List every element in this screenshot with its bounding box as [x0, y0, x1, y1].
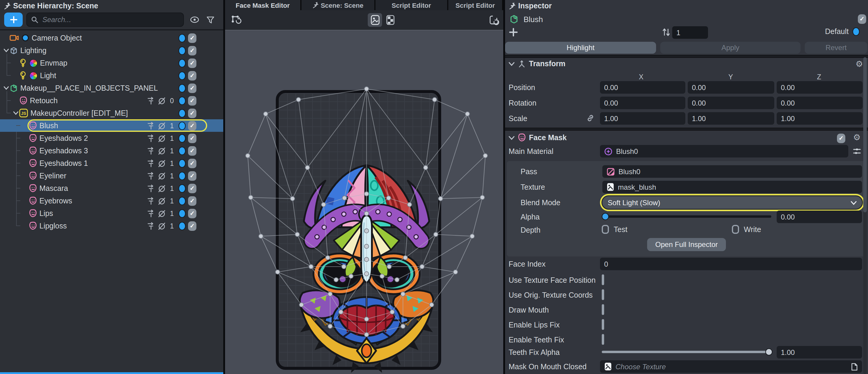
tree-row-envmap[interactable]: Envmap ✓: [0, 57, 223, 69]
material-mixer-icon[interactable]: [852, 147, 862, 156]
enabled-checkbox[interactable]: ✓: [188, 108, 196, 118]
mesh-point[interactable]: [395, 278, 399, 282]
scrollbar-thumb[interactable]: [863, 57, 867, 212]
mesh-point[interactable]: [454, 270, 458, 274]
mesh-point[interactable]: [380, 274, 384, 278]
mesh-point[interactable]: [401, 324, 405, 328]
tree-row-eyeshadows-2[interactable]: Eyeshadows 2 1✓: [0, 132, 223, 144]
restore-preview-button[interactable]: [487, 13, 501, 27]
enabled-checkbox[interactable]: ✓: [188, 208, 196, 218]
mesh-point[interactable]: [424, 166, 428, 170]
show-texture-button[interactable]: [368, 13, 382, 27]
face-index-field[interactable]: 0: [600, 258, 862, 270]
visibility-dot[interactable]: [179, 197, 186, 205]
enabled-checkbox[interactable]: ✓: [188, 58, 196, 68]
mesh-point[interactable]: [401, 292, 405, 296]
tab-script-editor[interactable]: Script Editor: [448, 0, 503, 10]
mesh-point[interactable]: [433, 98, 437, 102]
mesh-point[interactable]: [470, 234, 474, 238]
mesh-point[interactable]: [434, 232, 438, 237]
enabled-checkbox[interactable]: ✓: [188, 33, 196, 43]
mesh-point[interactable]: [365, 258, 369, 262]
mesh-point[interactable]: [264, 112, 268, 116]
mesh-point[interactable]: [342, 196, 346, 200]
mesh-point[interactable]: [390, 310, 394, 314]
tree-row-lighting[interactable]: Lighting ✓: [0, 44, 223, 57]
mesh-point[interactable]: [321, 203, 326, 207]
mesh-point[interactable]: [334, 278, 338, 282]
object-enabled-checkbox[interactable]: ✓: [858, 14, 866, 24]
visibility-dot[interactable]: [179, 171, 186, 180]
toggle-checkbox[interactable]: [602, 320, 604, 329]
mesh-point[interactable]: [365, 211, 369, 216]
rotation-z-field[interactable]: 0.00: [777, 97, 863, 109]
tree-row-eyeshadows-3[interactable]: Eyeshadows 3 1✓: [0, 144, 223, 157]
enabled-checkbox[interactable]: ✓: [188, 146, 196, 156]
component-enabled-checkbox[interactable]: ✓: [837, 134, 845, 143]
mesh-point[interactable]: [339, 310, 343, 314]
mesh-point[interactable]: [297, 98, 301, 102]
enabled-checkbox[interactable]: ✓: [188, 71, 196, 80]
enabled-checkbox[interactable]: ✓: [188, 171, 196, 180]
rotation-y-field[interactable]: 0.00: [688, 97, 774, 109]
mesh-point[interactable]: [349, 274, 353, 278]
mesh-point[interactable]: [305, 166, 310, 170]
mesh-point[interactable]: [407, 203, 412, 207]
chevron-down-icon[interactable]: [2, 48, 9, 53]
alpha-value-field[interactable]: 0.00: [777, 210, 862, 223]
mesh-point[interactable]: [259, 234, 263, 238]
enabled-checkbox[interactable]: ✓: [188, 133, 196, 143]
toggle-checkbox[interactable]: [602, 291, 604, 299]
pass-field[interactable]: Blush0: [602, 165, 862, 178]
enabled-checkbox[interactable]: ✓: [188, 183, 196, 193]
apply-button[interactable]: Apply: [660, 42, 801, 54]
mesh-point[interactable]: [403, 256, 407, 260]
mesh-point[interactable]: [386, 196, 391, 200]
mask-on-mouth-closed-field[interactable]: Choose Texture: [600, 360, 862, 373]
mesh-point[interactable]: [249, 195, 253, 200]
gear-icon[interactable]: ⚙: [856, 60, 863, 68]
tab-face-mask-editor[interactable]: Face Mask Editor: [225, 0, 302, 10]
mesh-point[interactable]: [295, 232, 299, 237]
mesh-point[interactable]: [290, 197, 294, 201]
enabled-checkbox[interactable]: ✓: [188, 96, 196, 105]
tree-row-retouch[interactable]: Retouch 0✓: [0, 94, 223, 107]
visibility-dot[interactable]: [179, 109, 186, 117]
mesh-point[interactable]: [365, 317, 369, 321]
blue-state-dot[interactable]: [852, 28, 859, 36]
add-component-button[interactable]: [508, 28, 518, 37]
texture-field[interactable]: mask_blush: [602, 181, 862, 193]
tree-row-makeup-place-in-objects-panel[interactable]: Makeup__PLACE_IN_OBJECTS_PANEL ✓: [0, 82, 223, 94]
scale-z-field[interactable]: 1.00: [777, 112, 863, 125]
alpha-slider-knob[interactable]: [602, 213, 609, 220]
visibility-dot[interactable]: [179, 134, 186, 142]
main-material-field[interactable]: Blush0: [600, 145, 848, 158]
visibility-dot[interactable]: [179, 71, 186, 80]
tree-row-lips[interactable]: Lips 1✓: [0, 207, 223, 219]
mesh-point[interactable]: [387, 265, 391, 269]
visibility-dot[interactable]: [179, 96, 186, 105]
tab-script-editor[interactable]: Script Editor: [375, 0, 448, 10]
choose-file-icon[interactable]: [851, 362, 858, 371]
mesh-point[interactable]: [276, 270, 280, 274]
mesh-point[interactable]: [328, 292, 332, 296]
visibility-dot[interactable]: [179, 34, 186, 42]
tree-row-eyeshadows-1[interactable]: Eyeshadows 1 1✓: [0, 157, 223, 169]
enabled-checkbox[interactable]: ✓: [188, 46, 196, 55]
visibility-dot[interactable]: [179, 159, 186, 167]
face-mask-section-header[interactable]: Face Mask: [508, 133, 566, 142]
tree-row-camera-object[interactable]: Camera Object ✓: [0, 32, 223, 44]
visibility-dot[interactable]: [179, 184, 186, 192]
face-mesh-overlay[interactable]: [246, 87, 488, 337]
scale-x-field[interactable]: 1.00: [600, 112, 685, 125]
mesh-point[interactable]: [328, 324, 332, 328]
mesh-point[interactable]: [246, 154, 250, 158]
tree-row-eyeliner[interactable]: Eyeliner 1✓: [0, 169, 223, 182]
tab-scene-scene[interactable]: Scene: Scene: [302, 0, 375, 10]
transform-section-header[interactable]: Transform: [508, 60, 565, 68]
tree-row-makeupcontroller-edit-me-[interactable]: JS MakeupController [EDIT_ME] ✓: [0, 107, 223, 119]
mesh-point[interactable]: [420, 265, 424, 269]
mesh-point[interactable]: [365, 333, 369, 337]
checkerboard-button[interactable]: [383, 13, 398, 27]
toggle-checkbox[interactable]: [602, 276, 604, 284]
